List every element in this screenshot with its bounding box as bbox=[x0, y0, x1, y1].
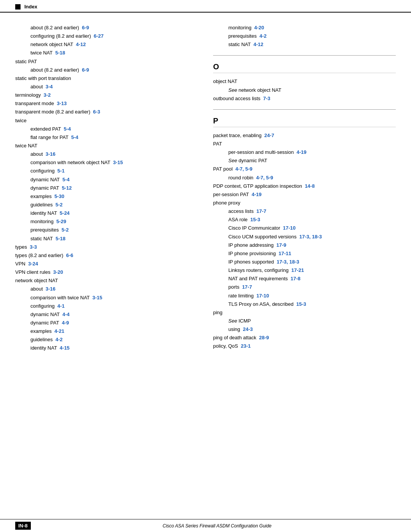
list-item: access lists 17-7 bbox=[228, 208, 396, 215]
list-item: object NAT bbox=[213, 78, 396, 85]
list-item: Linksys routers, configuring 17-21 bbox=[228, 267, 396, 274]
list-item: ping of death attack 28-9 bbox=[213, 334, 396, 342]
list-item: IP phone addressing 17-9 bbox=[228, 241, 396, 249]
list-item: types 3-3 bbox=[15, 243, 198, 251]
section-heading-o: O bbox=[213, 62, 396, 73]
section-heading-p: P bbox=[213, 117, 396, 127]
list-item: See network object NAT bbox=[228, 86, 396, 94]
header-title: Index bbox=[24, 4, 37, 10]
list-item: IP phones supported 17-3, 18-3 bbox=[228, 258, 396, 266]
page-number: IN-8 bbox=[15, 522, 31, 530]
list-item: ports 17-7 bbox=[228, 283, 396, 291]
list-item: dynamic PAT 4-9 bbox=[30, 319, 198, 327]
list-item: twice NAT 5-18 bbox=[30, 49, 198, 57]
list-item: PAT bbox=[213, 140, 396, 148]
list-item: NAT and PAT requirements 17-8 bbox=[228, 275, 396, 283]
list-item: TLS Proxy on ASA, described 15-3 bbox=[228, 300, 396, 308]
main-content: about (8.2 and earlier) 6-9 configuring … bbox=[0, 13, 411, 375]
footer-text: Cisco ASA Series Firewall ASDM Configura… bbox=[38, 523, 396, 529]
section-divider-p bbox=[213, 109, 396, 110]
list-item: PDP context, GTP application inspection … bbox=[213, 182, 396, 190]
list-item: comparison with network object NAT 3-15 bbox=[30, 159, 198, 166]
list-item: twice bbox=[15, 117, 198, 125]
list-item: about (8.2 and earlier) 6-9 bbox=[30, 24, 198, 32]
list-item: identity NAT 5-24 bbox=[30, 209, 198, 217]
list-item: dynamic NAT 5-4 bbox=[30, 176, 198, 184]
list-item: dynamic NAT 4-4 bbox=[30, 311, 198, 318]
list-item: network object NAT 4-12 bbox=[30, 41, 198, 48]
list-item: See ICMP bbox=[228, 317, 396, 325]
list-item: examples 5-30 bbox=[30, 193, 198, 200]
list-item: dynamic PAT 5-12 bbox=[30, 184, 198, 192]
list-item: round robin 4-7, 5-9 bbox=[228, 174, 396, 182]
list-item: prerequisites 4-2 bbox=[228, 32, 396, 40]
list-item: ping bbox=[213, 309, 396, 316]
list-item: VPN 3-24 bbox=[15, 260, 198, 268]
list-item: about (8.2 and earlier) 6-9 bbox=[30, 66, 198, 74]
page: Index about (8.2 and earlier) 6-9 config… bbox=[0, 0, 411, 532]
list-item: configuring (8.2 and earlier) 6-27 bbox=[30, 32, 198, 40]
list-item: twice NAT bbox=[15, 142, 198, 150]
left-column: about (8.2 and earlier) 6-9 configuring … bbox=[15, 24, 206, 353]
list-item: about 3-4 bbox=[30, 83, 198, 91]
list-item: guidelines 4-2 bbox=[30, 336, 198, 343]
list-item: VPN client rules 3-20 bbox=[15, 268, 198, 276]
header-square-icon bbox=[15, 4, 21, 10]
list-item: about 3-16 bbox=[30, 150, 198, 158]
list-item: using 24-3 bbox=[228, 326, 396, 333]
list-item: policy, QoS 23-1 bbox=[213, 342, 396, 350]
right-column: monitoring 4-20 prerequisites 4-2 static… bbox=[206, 24, 396, 353]
list-item: PAT pool 4-7, 5-9 bbox=[213, 165, 396, 173]
list-item: static with port translation bbox=[15, 75, 198, 82]
list-item: transparent mode 3-13 bbox=[15, 100, 198, 107]
list-item: Cisco UCM supported versions 17-3, 18-3 bbox=[228, 233, 396, 241]
list-item: Cisco IP Communicator 17-10 bbox=[228, 224, 396, 232]
section-divider bbox=[213, 55, 396, 56]
list-item: per-session PAT 4-19 bbox=[213, 191, 396, 198]
list-item: network object NAT bbox=[15, 277, 198, 284]
list-item: monitoring 5-29 bbox=[30, 218, 198, 225]
list-item: comparison with twice NAT 3-15 bbox=[30, 294, 198, 302]
list-item: monitoring 4-20 bbox=[228, 24, 396, 32]
list-item: examples 4-21 bbox=[30, 328, 198, 335]
list-item: extended PAT 5-4 bbox=[30, 125, 198, 133]
header: Index bbox=[0, 0, 411, 13]
list-item: flat range for PAT 5-4 bbox=[30, 134, 198, 141]
list-item: ASA role 15-3 bbox=[228, 216, 396, 224]
list-item: rate limiting 17-10 bbox=[228, 292, 396, 300]
list-item: terminology 3-2 bbox=[15, 91, 198, 99]
list-item: guidelines 5-2 bbox=[30, 201, 198, 209]
list-item: prerequisites 5-2 bbox=[30, 226, 198, 234]
list-item: IP phone provisioning 17-11 bbox=[228, 250, 396, 257]
list-item: configuring 4-1 bbox=[30, 302, 198, 310]
list-item: outbound access lists 7-3 bbox=[213, 95, 396, 102]
list-item: per-session and multi-session 4-19 bbox=[228, 149, 396, 156]
list-item: phone proxy bbox=[213, 199, 396, 207]
list-item: transparent mode (8.2 and earlier) 6-3 bbox=[15, 108, 198, 116]
list-item: static PAT bbox=[15, 58, 198, 66]
list-item: types (8.2 and earlier) 6-6 bbox=[15, 252, 198, 259]
list-item: configuring 5-1 bbox=[30, 167, 198, 175]
list-item: See dynamic PAT bbox=[228, 157, 396, 165]
list-item: about 3-16 bbox=[30, 285, 198, 293]
list-item: identity NAT 4-15 bbox=[30, 344, 198, 352]
list-item: static NAT 5-18 bbox=[30, 235, 198, 243]
list-item: packet trace, enabling 24-7 bbox=[213, 132, 396, 139]
list-item: static NAT 4-12 bbox=[228, 41, 396, 48]
footer: IN-8 Cisco ASA Series Firewall ASDM Conf… bbox=[0, 519, 411, 532]
